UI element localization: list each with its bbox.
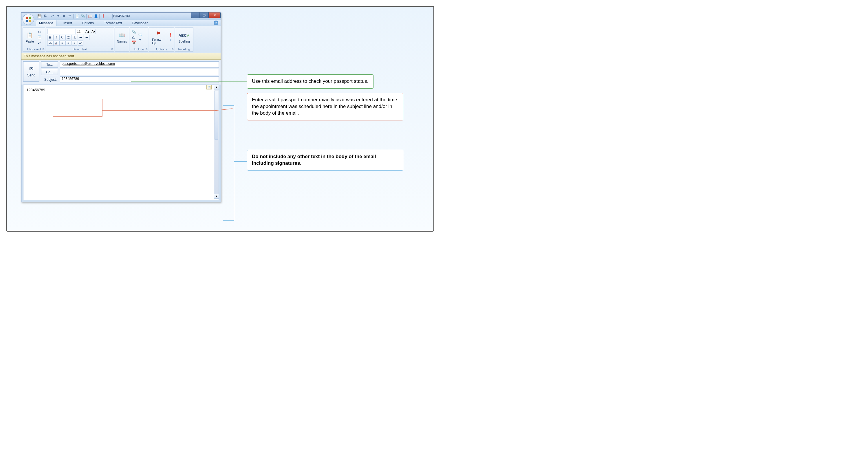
underline-button[interactable]: U (59, 35, 65, 40)
followup-label: Follow Up (152, 38, 165, 45)
tab-developer[interactable]: Developer (129, 20, 151, 26)
bold-button[interactable]: B (47, 35, 53, 40)
redo-icon[interactable]: ↷ (56, 14, 61, 19)
align-right-icon[interactable]: ≡ (71, 40, 77, 46)
svg-rect-2 (26, 20, 28, 22)
copy-icon[interactable]: 📄 (37, 35, 42, 40)
low-importance-ribbon-icon[interactable]: ↓ (167, 38, 173, 42)
font-color-icon[interactable]: A (53, 40, 59, 46)
attach-item-icon[interactable]: 📨 (137, 32, 143, 37)
office-button[interactable] (23, 14, 34, 25)
body-text: 123456789 (26, 88, 45, 92)
attach-file-icon[interactable]: 📎 (131, 30, 136, 34)
message-body-wrap: 123456789 📋 ▲ ▼ (22, 85, 221, 200)
bullets-icon[interactable]: ≣ (65, 35, 71, 40)
low-importance-icon[interactable]: ↓ (106, 14, 111, 19)
flag-icon: ⚑ (155, 30, 162, 37)
print-icon[interactable]: 🖶 (43, 14, 48, 19)
minimize-button[interactable]: ─ (191, 12, 200, 18)
cc-button[interactable]: Cc... (41, 69, 58, 75)
paste-button[interactable]: 📋 Paste (24, 31, 36, 44)
to-value: passportstatus@ustraveldocs.com (62, 62, 115, 66)
subject-label: Subject: (41, 78, 58, 82)
title-bar: 💾 🖶 ↶ ↷ ✕ ᴬᴮ 📄 📎 📖 👤 ❗ ↓ » 123456789 ... (22, 13, 221, 20)
message-header: ✉ Send To... passportstatus@ustraveldocs… (22, 60, 221, 85)
callout-email-address: Use this email address to check your pas… (247, 74, 373, 89)
spelling-label: Spelling (178, 40, 190, 43)
vertical-scrollbar[interactable]: ▲ ▼ (214, 85, 219, 199)
shrink-font-icon[interactable]: A▾ (91, 29, 96, 34)
calendar-icon[interactable]: 📅 (131, 40, 136, 45)
group-proofing: ABC✓ Spelling Proofing (175, 28, 193, 52)
info-bar: This message has not been sent. (22, 53, 221, 60)
format-painter-icon[interactable]: 🖌 (37, 40, 42, 45)
signature-icon[interactable]: ✒ (137, 38, 143, 42)
clipboard-group-label: Clipboard (27, 48, 40, 51)
basic-text-launcher-icon[interactable]: ⧉ (112, 48, 113, 51)
tab-format-text[interactable]: Format Text (101, 20, 125, 26)
high-importance-icon[interactable]: ❗ (101, 14, 105, 19)
indent-right-icon[interactable]: ⇥ (84, 35, 90, 40)
numbering-icon[interactable]: ⒈ (71, 35, 77, 40)
maximize-button[interactable]: ▢ (200, 12, 209, 18)
send-label: Send (27, 73, 35, 77)
high-importance-ribbon-icon[interactable]: ❗ (167, 32, 173, 37)
indent-left-icon[interactable]: ⇤ (78, 35, 83, 40)
clipboard-launcher-icon[interactable]: ⧉ (42, 48, 44, 51)
followup-button[interactable]: ⚑ Follow Up (150, 29, 166, 45)
svg-rect-1 (29, 17, 31, 19)
tab-insert[interactable]: Insert (61, 20, 75, 26)
page-canvas: 💾 🖶 ↶ ↷ ✕ ᴬᴮ 📄 📎 📖 👤 ❗ ↓ » 123456789 ... (6, 6, 434, 232)
proofing-group-label: Proofing (178, 48, 190, 51)
undo-icon[interactable]: ↶ (50, 14, 55, 19)
cc-field[interactable] (60, 69, 219, 75)
options-launcher-icon[interactable]: ⧉ (172, 48, 174, 51)
ribbon-tabs: Message Insert Options Format Text Devel… (22, 20, 221, 26)
align-center-icon[interactable]: ≡ (65, 40, 71, 46)
connector-body-area (222, 105, 248, 221)
envelope-icon: ✉ (29, 66, 34, 72)
subject-field[interactable]: 123456789 (60, 77, 219, 83)
font-size-select[interactable]: 11 (75, 29, 84, 34)
scroll-up-icon[interactable]: ▲ (214, 85, 219, 89)
basic-text-group-label: Basic Text (73, 48, 87, 51)
check-names-icon[interactable]: 👤 (94, 14, 98, 19)
names-label: Names (117, 40, 127, 43)
message-body[interactable]: 123456789 📋 (23, 85, 219, 200)
quick-access-toolbar: 💾 🖶 ↶ ↷ ✕ ᴬᴮ 📄 📎 📖 👤 ❗ ↓ » (37, 14, 118, 19)
clear-format-icon[interactable]: Aª (78, 40, 83, 46)
names-button[interactable]: 📖 Names (116, 31, 128, 44)
spelling-button[interactable]: ABC✓ Spelling (177, 31, 191, 44)
attach-icon[interactable]: 📎 (81, 14, 85, 19)
clipboard-icon: 📋 (26, 32, 34, 39)
send-button[interactable]: ✉ Send (23, 61, 39, 82)
italic-button[interactable]: I (53, 35, 59, 40)
tab-message[interactable]: Message (36, 20, 57, 26)
to-field[interactable]: passportstatus@ustraveldocs.com (60, 61, 219, 68)
address-book-large-icon: 📖 (118, 32, 126, 39)
scroll-track[interactable] (214, 89, 219, 194)
save-icon[interactable]: 💾 (37, 14, 42, 19)
scroll-thumb[interactable] (215, 91, 218, 140)
include-launcher-icon[interactable]: ⧉ (146, 48, 147, 51)
highlight-icon[interactable]: ab (47, 40, 53, 46)
window-title: 123456789 ... (112, 14, 133, 18)
business-card-icon[interactable]: 🗂 (131, 35, 136, 40)
include-group-label: Include (134, 48, 144, 51)
scroll-down-icon[interactable]: ▼ (214, 194, 219, 198)
to-button[interactable]: To... (41, 61, 58, 68)
grow-font-icon[interactable]: A▴ (85, 29, 90, 34)
paste-options-icon[interactable]: 📋 (207, 85, 212, 89)
cut-icon[interactable]: ✂ (37, 30, 42, 34)
delete-icon[interactable]: ✕ (62, 14, 66, 19)
help-icon[interactable]: ? (214, 21, 218, 25)
new-item-icon[interactable]: 📄 (75, 14, 79, 19)
address-book-icon[interactable]: 📖 (88, 14, 92, 19)
align-left-icon[interactable]: ≡ (59, 40, 65, 46)
ribbon: 📋 Paste ✂ 📄 🖌 Clipboard⧉ 11 (22, 26, 221, 53)
group-clipboard: 📋 Paste ✂ 📄 🖌 Clipboard⧉ (23, 28, 45, 52)
spellcheck-icon[interactable]: ᴬᴮ (67, 14, 72, 19)
tab-options[interactable]: Options (79, 20, 97, 26)
font-family-select[interactable] (47, 29, 75, 34)
close-button[interactable]: ✕ (209, 12, 221, 18)
